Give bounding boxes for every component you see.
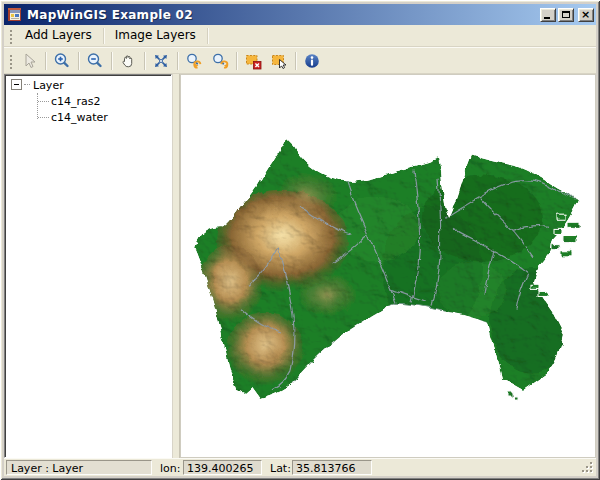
menu-add-layers[interactable]: Add Layers (16, 25, 101, 46)
app-window: MapWinGIS Example 02 × Add Layers Image … (0, 0, 600, 480)
toolbar (4, 47, 596, 74)
toolbar-grip[interactable] (9, 53, 13, 69)
zoom-next-button[interactable] (207, 49, 233, 72)
tree-root-label: Layer (33, 79, 64, 92)
map-canvas[interactable] (180, 74, 596, 458)
lat-label: Lat: (270, 462, 291, 475)
zoom-full-extent-icon (152, 52, 170, 70)
pan-button[interactable] (115, 49, 141, 72)
window-title: MapWinGIS Example 02 (27, 8, 538, 22)
tree-node-c14-ras2[interactable]: c14_ras2 (7, 93, 169, 109)
select-shape-icon (270, 52, 288, 70)
zoom-in-icon (53, 52, 71, 70)
toolbar-separator (78, 52, 79, 70)
menubar-grip[interactable] (9, 28, 13, 44)
panel-splitter[interactable] (172, 74, 180, 458)
tree-node-layer[interactable]: Layer (7, 77, 169, 93)
toolbar-separator (144, 52, 145, 70)
toolbar-separator (177, 52, 178, 70)
collapse-icon[interactable] (11, 79, 22, 90)
clear-selection-icon (244, 52, 262, 70)
zoom-previous-icon (185, 52, 203, 70)
zoom-out-button[interactable] (82, 49, 108, 72)
toolbar-separator (111, 52, 112, 70)
status-layer-panel: Layer : Layer (6, 460, 152, 475)
lon-label: lon: (160, 462, 180, 475)
tree-connector-dash (24, 84, 30, 85)
menu-image-layers[interactable]: Image Layers (106, 25, 205, 46)
select-shape-button[interactable] (266, 49, 292, 72)
close-button[interactable]: × (578, 8, 594, 22)
status-bar: Layer : Layer lon: 139.400265 Lat: 35.81… (4, 458, 596, 476)
toolbar-separator (45, 52, 46, 70)
minimize-button[interactable] (540, 8, 556, 22)
layers-tree-panel: Layer c14_ras2 c14_water (4, 74, 172, 458)
pan-hand-icon (119, 52, 137, 70)
menu-separator (207, 28, 208, 44)
cursor-arrow-icon (20, 52, 38, 70)
zoom-out-icon (86, 52, 104, 70)
close-icon: × (581, 10, 590, 20)
lat-value-box[interactable]: 35.813766 (292, 460, 372, 475)
app-icon (7, 7, 23, 23)
zoom-next-icon (211, 52, 229, 70)
zoom-previous-button[interactable] (181, 49, 207, 72)
maximize-button[interactable] (558, 8, 574, 22)
cursor-tool-button[interactable] (16, 49, 42, 72)
identify-button[interactable] (299, 49, 325, 72)
title-bar: MapWinGIS Example 02 × (4, 4, 596, 25)
toolbar-separator (295, 52, 296, 70)
tree-child-label: c14_water (51, 111, 108, 124)
content-area: Layer c14_ras2 c14_water (4, 74, 596, 458)
minimize-icon (544, 17, 550, 19)
menu-separator (103, 28, 104, 44)
zoom-full-extent-button[interactable] (148, 49, 174, 72)
layers-tree: Layer c14_ras2 c14_water (7, 77, 169, 125)
zoom-in-button[interactable] (49, 49, 75, 72)
clear-selection-button[interactable] (240, 49, 266, 72)
resize-grip[interactable] (581, 461, 594, 474)
toolbar-separator (236, 52, 237, 70)
identify-icon (303, 52, 321, 70)
menu-bar: Add Layers Image Layers (4, 25, 596, 47)
tree-node-c14-water[interactable]: c14_water (7, 109, 169, 125)
tree-child-label: c14_ras2 (51, 95, 101, 108)
lon-value-box[interactable]: 139.400265 (183, 460, 262, 475)
maximize-icon (562, 11, 570, 18)
terrain-map (181, 75, 595, 457)
